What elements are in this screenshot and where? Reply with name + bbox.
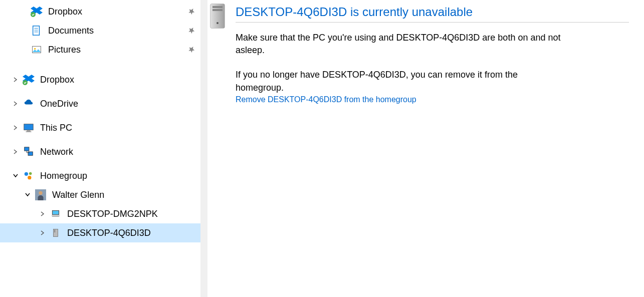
sidebar-item-onedrive[interactable]: OneDrive: [0, 94, 200, 113]
homegroup-icon: [22, 169, 35, 182]
message-text: Make sure that the PC you're using and D…: [236, 32, 566, 57]
sidebar-item-device-selected[interactable]: DESKTOP-4Q6DI3D: [0, 223, 200, 242]
chevron-down-icon[interactable]: [12, 172, 19, 179]
documents-icon: [30, 24, 43, 37]
svg-rect-20: [54, 229, 58, 237]
svg-rect-19: [53, 211, 59, 214]
svg-rect-12: [28, 152, 33, 155]
sidebar-item-dropbox-quick[interactable]: Dropbox: [0, 2, 200, 21]
sidebar-item-documents[interactable]: Documents: [0, 21, 200, 40]
sidebar-item-device[interactable]: DESKTOP-DMG2NPK: [0, 204, 200, 223]
sidebar-item-homegroup[interactable]: Homegroup: [0, 166, 200, 185]
sidebar-item-label: DESKTOP-4Q6DI3D: [67, 228, 196, 238]
svg-point-13: [25, 172, 28, 176]
pin-icon[interactable]: [184, 24, 198, 37]
svg-rect-26: [212, 9, 223, 11]
user-avatar-icon: [34, 188, 47, 201]
chevron-right-icon[interactable]: [39, 210, 46, 217]
sidebar-item-label: Dropbox: [40, 75, 196, 85]
pin-icon[interactable]: [184, 43, 198, 56]
svg-rect-8: [24, 124, 33, 130]
content-pane: DESKTOP-4Q6DI3D is currently unavailable…: [200, 0, 644, 297]
svg-point-6: [34, 48, 36, 50]
sidebar-item-dropbox[interactable]: Dropbox: [0, 70, 200, 89]
svg-point-15: [28, 176, 31, 179]
navigation-sidebar: Dropbox Documents Pictures Dropbox: [0, 0, 200, 297]
remove-from-homegroup-link[interactable]: Remove DESKTOP-4Q6DI3D from the homegrou…: [236, 95, 629, 104]
svg-rect-11: [25, 147, 29, 151]
sidebar-item-label: Walter Glenn: [52, 190, 196, 200]
svg-rect-9: [27, 131, 30, 132]
svg-rect-22: [54, 231, 55, 232]
chevron-right-icon[interactable]: [12, 148, 19, 155]
sidebar-item-label: This PC: [40, 123, 196, 133]
svg-point-17: [39, 191, 42, 195]
svg-point-27: [217, 22, 219, 24]
dropbox-icon: [22, 73, 35, 86]
message-text: If you no longer have DESKTOP-4Q6DI3D, y…: [236, 69, 566, 94]
chevron-right-icon[interactable]: [12, 100, 19, 107]
sidebar-item-label: Network: [40, 147, 196, 157]
laptop-icon: [49, 207, 62, 220]
svg-rect-10: [26, 131, 32, 132]
sidebar-item-label: Documents: [48, 26, 186, 36]
svg-rect-21: [54, 230, 55, 231]
sidebar-item-user[interactable]: Walter Glenn: [0, 185, 200, 204]
computer-tower-icon: [207, 3, 228, 29]
svg-point-14: [29, 172, 32, 175]
sidebar-item-label: OneDrive: [40, 99, 196, 109]
chevron-right-icon[interactable]: [12, 76, 19, 83]
sidebar-item-thispc[interactable]: This PC: [0, 118, 200, 137]
svg-rect-25: [212, 6, 223, 8]
chevron-right-icon[interactable]: [12, 124, 19, 131]
pictures-icon: [30, 43, 43, 56]
sidebar-item-network[interactable]: Network: [0, 142, 200, 161]
sidebar-item-pictures[interactable]: Pictures: [0, 40, 200, 59]
svg-rect-1: [33, 26, 40, 35]
desktop-icon: [49, 226, 62, 239]
network-icon: [22, 145, 35, 158]
sidebar-item-label: Dropbox: [48, 7, 186, 17]
pin-icon[interactable]: [184, 5, 198, 18]
chevron-down-icon[interactable]: [24, 191, 31, 198]
divider: [236, 22, 629, 23]
sidebar-item-label: DESKTOP-DMG2NPK: [67, 209, 196, 219]
thispc-icon: [22, 121, 35, 134]
onedrive-icon: [22, 97, 35, 110]
dropbox-icon: [30, 5, 43, 18]
sidebar-item-label: Pictures: [48, 45, 186, 55]
chevron-right-icon[interactable]: [39, 229, 46, 236]
content-title: DESKTOP-4Q6DI3D is currently unavailable: [236, 5, 629, 19]
sidebar-item-label: Homegroup: [40, 171, 196, 181]
